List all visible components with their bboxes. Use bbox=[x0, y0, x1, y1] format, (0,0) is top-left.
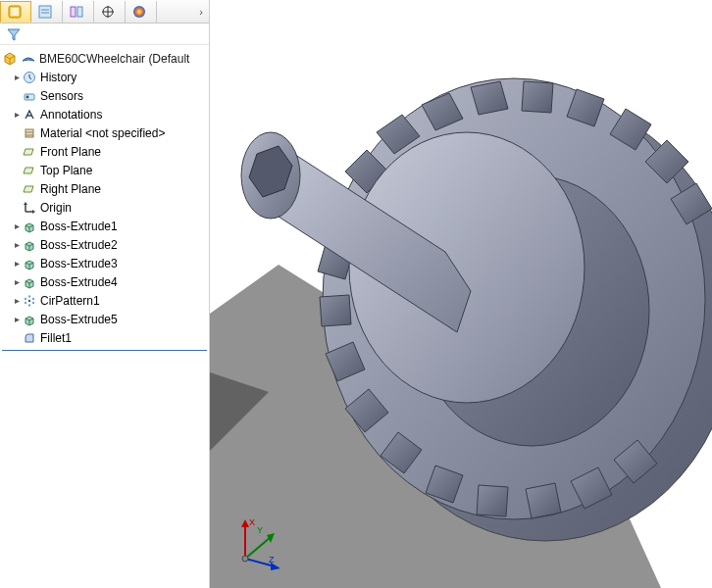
tree-item-label: Boss-Extrude2 bbox=[40, 238, 118, 252]
svg-point-10 bbox=[133, 6, 145, 18]
tree-item-label: Boss-Extrude5 bbox=[40, 313, 118, 326]
tree-item-label: Fillet1 bbox=[40, 331, 72, 345]
chevron-right-icon[interactable]: › bbox=[199, 6, 203, 18]
graphics-viewport[interactable]: X Y Z bbox=[210, 0, 712, 588]
expand-toggle[interactable]: ▸ bbox=[12, 239, 22, 250]
tree-item-right-plane[interactable]: Right Plane bbox=[2, 179, 207, 198]
feature-manager-tab[interactable] bbox=[0, 1, 31, 23]
tree-item-origin[interactable]: Origin bbox=[2, 198, 207, 217]
expand-toggle[interactable]: ▸ bbox=[12, 72, 22, 82]
annotations-icon bbox=[22, 107, 37, 122]
svg-point-21 bbox=[28, 299, 30, 301]
svg-point-26 bbox=[25, 301, 26, 303]
expand-toggle[interactable]: ▸ bbox=[12, 220, 22, 231]
extrude-icon bbox=[22, 256, 37, 271]
expand-toggle[interactable]: ▸ bbox=[12, 276, 22, 287]
plane-icon bbox=[22, 144, 37, 160]
property-manager-tab[interactable] bbox=[31, 1, 63, 23]
tree-item-label: Boss-Extrude1 bbox=[40, 220, 118, 233]
svg-rect-6 bbox=[77, 7, 82, 17]
expand-toggle[interactable]: ▸ bbox=[12, 314, 22, 324]
svg-point-22 bbox=[28, 295, 30, 297]
svg-point-13 bbox=[26, 95, 29, 98]
tree-item-top-plane[interactable]: Top Plane bbox=[2, 161, 207, 179]
svg-point-24 bbox=[32, 301, 34, 303]
rollback-bar[interactable] bbox=[2, 350, 207, 351]
tree-item-boss-extrude5[interactable]: ▸Boss-Extrude5 bbox=[2, 310, 207, 328]
svg-point-25 bbox=[28, 304, 30, 306]
display-manager-tab[interactable] bbox=[126, 1, 157, 23]
tree-item-boss-extrude2[interactable]: ▸Boss-Extrude2 bbox=[2, 235, 207, 254]
tree-item-label: Boss-Extrude3 bbox=[40, 257, 118, 270]
tree-item-label: Sensors bbox=[40, 89, 83, 103]
expand-toggle[interactable]: ▸ bbox=[12, 258, 22, 269]
extrude-icon bbox=[22, 237, 37, 253]
tree-item-history[interactable]: ▸History bbox=[2, 68, 207, 86]
extrude-icon bbox=[22, 219, 37, 234]
fillet-icon bbox=[22, 330, 37, 346]
sensors-icon bbox=[22, 88, 37, 104]
feature-manager-panel: › BME60CWheelchair (Default ▸HistorySens… bbox=[0, 0, 210, 588]
tree-item-boss-extrude1[interactable]: ▸Boss-Extrude1 bbox=[2, 217, 207, 235]
funnel-icon[interactable] bbox=[6, 26, 22, 42]
feature-manager-icon bbox=[7, 4, 23, 20]
tree-item-sensors[interactable]: Sensors bbox=[2, 86, 207, 105]
svg-rect-14 bbox=[25, 129, 33, 137]
history-icon bbox=[22, 70, 37, 85]
tree-item-label: Material <not specified> bbox=[40, 126, 165, 140]
cap-icon bbox=[21, 51, 36, 67]
plane-icon bbox=[22, 181, 37, 197]
pattern-icon bbox=[22, 293, 37, 309]
manager-tab-strip: › bbox=[0, 0, 209, 24]
expand-toggle[interactable]: ▸ bbox=[12, 109, 22, 120]
expand-toggle[interactable]: ▸ bbox=[12, 295, 22, 306]
tree-item-material[interactable]: Material <not specified> bbox=[2, 123, 207, 142]
svg-rect-12 bbox=[25, 94, 34, 100]
tree-item-label: Annotations bbox=[40, 108, 102, 122]
dimxpert-manager-tab[interactable] bbox=[94, 1, 126, 23]
dimxpert-icon bbox=[100, 4, 116, 20]
workspace: › BME60CWheelchair (Default ▸HistorySens… bbox=[0, 0, 712, 588]
material-icon bbox=[22, 125, 37, 141]
tree-item-annotations[interactable]: ▸Annotations bbox=[2, 105, 207, 123]
tree-item-front-plane[interactable]: Front Plane bbox=[2, 142, 207, 161]
tree-item-boss-extrude3[interactable]: ▸Boss-Extrude3 bbox=[2, 254, 207, 272]
tree-item-label: Front Plane bbox=[40, 145, 101, 159]
tree-item-fillet1[interactable]: Fillet1 bbox=[2, 328, 207, 347]
extrude-icon bbox=[22, 274, 37, 290]
svg-rect-5 bbox=[71, 7, 76, 17]
tree-item-boss-extrude4[interactable]: ▸Boss-Extrude4 bbox=[2, 272, 207, 291]
svg-point-27 bbox=[25, 297, 26, 299]
configuration-manager-icon bbox=[69, 4, 84, 20]
tree-item-label: Boss-Extrude4 bbox=[40, 275, 118, 289]
svg-rect-1 bbox=[11, 8, 19, 16]
part-icon bbox=[2, 51, 18, 67]
tree-root[interactable]: BME60CWheelchair (Default bbox=[2, 49, 207, 68]
svg-marker-20 bbox=[32, 210, 35, 214]
tree-item-label: Origin bbox=[40, 201, 72, 215]
viewport-model bbox=[210, 0, 712, 588]
display-manager-icon bbox=[131, 4, 147, 20]
svg-point-23 bbox=[32, 297, 34, 299]
tree-item-cirpattern1[interactable]: ▸CirPattern1 bbox=[2, 291, 207, 310]
configuration-manager-tab[interactable] bbox=[63, 1, 94, 23]
tree-item-label: Right Plane bbox=[40, 182, 101, 196]
plane-icon bbox=[22, 163, 37, 178]
property-manager-icon bbox=[37, 4, 53, 20]
root-label: BME60CWheelchair (Default bbox=[39, 52, 189, 66]
origin-icon bbox=[22, 200, 37, 216]
svg-rect-2 bbox=[39, 6, 51, 18]
svg-marker-19 bbox=[24, 202, 27, 205]
filter-row bbox=[0, 24, 209, 45]
tree-item-label: Top Plane bbox=[40, 164, 92, 177]
extrude-icon bbox=[22, 312, 37, 327]
tab-overflow: › bbox=[157, 6, 209, 18]
feature-tree: BME60CWheelchair (Default ▸HistorySensor… bbox=[0, 45, 209, 354]
tree-item-label: CirPattern1 bbox=[40, 294, 100, 308]
tree-item-label: History bbox=[40, 71, 76, 84]
